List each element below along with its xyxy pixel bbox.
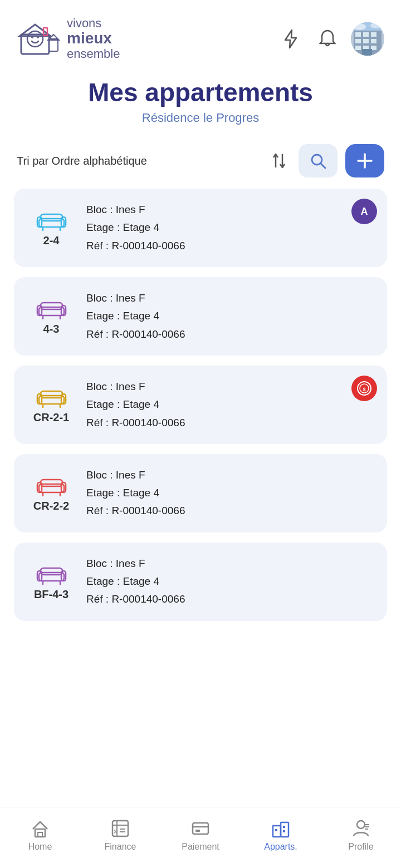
nav-finance-label: Finance — [105, 842, 136, 852]
svg-point-23 — [370, 23, 382, 28]
sort-button[interactable] — [267, 149, 291, 172]
svg-rect-29 — [41, 214, 62, 221]
svg-rect-14 — [355, 39, 361, 43]
apartment-bloc: Bloc : Ines F — [86, 289, 375, 307]
svg-rect-16 — [371, 39, 376, 43]
svg-rect-75 — [275, 829, 277, 831]
svg-rect-12 — [363, 32, 369, 37]
nav-profile[interactable]: Profile — [321, 818, 401, 852]
apartment-icon-area: CR-2-2 — [26, 474, 76, 512]
svg-rect-34 — [39, 307, 64, 315]
profile-icon — [351, 818, 371, 839]
svg-text:$: $ — [363, 387, 365, 392]
apartment-icon-area: CR-2-1 — [26, 386, 76, 424]
svg-rect-11 — [355, 32, 361, 37]
apartment-info: Bloc : Ines F Etage : Etage 4 Réf : R-00… — [86, 378, 375, 432]
sofa-icon — [36, 209, 67, 231]
svg-rect-0 — [21, 34, 49, 54]
apartment-bloc: Bloc : Ines F — [86, 555, 375, 573]
nav-apparts-label: Apparts. — [264, 842, 297, 852]
apartment-etage: Etage : Etage 4 — [86, 219, 375, 236]
apartment-badge: A — [351, 199, 377, 224]
svg-point-2 — [27, 31, 43, 47]
apartment-info: Bloc : Ines F Etage : Etage 4 Réf : R-00… — [86, 201, 375, 255]
apartment-bloc: Bloc : Ines F — [86, 378, 375, 396]
svg-marker-8 — [285, 30, 296, 48]
notification-button[interactable] — [314, 26, 341, 52]
app-header: vivons mieux ensemble — [0, 0, 401, 66]
svg-point-78 — [357, 821, 365, 828]
home-icon — [30, 818, 50, 839]
add-icon — [356, 152, 374, 170]
apartment-etage: Etage : Etage 4 — [86, 484, 375, 502]
nav-paiement-label: Paiement — [182, 842, 219, 852]
search-button[interactable] — [299, 144, 338, 177]
apartment-icon-area: 2-4 — [26, 209, 76, 247]
user-avatar[interactable] — [351, 22, 384, 56]
svg-rect-69 — [193, 823, 208, 834]
nav-home-label: Home — [28, 842, 52, 852]
svg-point-3 — [31, 36, 33, 38]
svg-text:x: x — [114, 827, 117, 835]
apartment-bloc: Bloc : Ines F — [86, 466, 375, 484]
svg-rect-13 — [371, 32, 376, 37]
svg-rect-73 — [281, 822, 288, 837]
lightning-icon — [281, 29, 301, 49]
svg-point-4 — [37, 36, 39, 38]
finance-icon: x — [110, 818, 130, 839]
logo-icon — [17, 22, 61, 56]
apartment-ref: Réf : R-000140-0066 — [86, 326, 375, 343]
nav-home[interactable]: Home — [0, 818, 80, 852]
apartment-number: BF-4-3 — [34, 588, 69, 601]
apartment-icon-area: BF-4-3 — [26, 563, 76, 601]
apartment-card[interactable]: CR-2-1 Bloc : Ines F Etage : Etage 4 Réf… — [14, 366, 387, 444]
apartment-ref: Réf : R-000140-0066 — [86, 590, 375, 608]
page-title: Mes appartements — [17, 77, 384, 107]
header-actions — [277, 22, 384, 56]
svg-rect-77 — [283, 830, 285, 832]
svg-rect-6 — [49, 39, 58, 51]
svg-rect-35 — [41, 303, 62, 309]
apartment-etage: Etage : Etage 4 — [86, 396, 375, 413]
apartment-number: CR-2-2 — [33, 500, 69, 512]
apartment-etage: Etage : Etage 4 — [86, 573, 375, 590]
paiement-icon — [190, 818, 211, 839]
apartment-card[interactable]: 2-4 Bloc : Ines F Etage : Etage 4 Réf : … — [14, 189, 387, 267]
svg-rect-41 — [41, 391, 62, 398]
apartment-ref: Réf : R-000140-0066 — [86, 414, 375, 432]
svg-rect-49 — [39, 484, 64, 492]
nav-finance[interactable]: x Finance — [80, 818, 160, 852]
apartment-info: Bloc : Ines F Etage : Etage 4 Réf : R-00… — [86, 466, 375, 520]
svg-rect-20 — [362, 49, 372, 56]
nav-paiement[interactable]: Paiement — [160, 818, 241, 852]
svg-rect-15 — [363, 39, 369, 43]
svg-rect-76 — [283, 826, 285, 828]
nav-apparts[interactable]: Apparts. — [241, 818, 321, 852]
apartment-info: Bloc : Ines F Etage : Etage 4 Réf : R-00… — [86, 555, 375, 609]
nav-profile-label: Profile — [348, 842, 373, 852]
apartment-card[interactable]: 4-3 Bloc : Ines F Etage : Etage 4 Réf : … — [14, 277, 387, 356]
sort-arrows-icon — [270, 152, 288, 170]
svg-rect-17 — [355, 46, 361, 50]
apartment-bloc: Bloc : Ines F — [86, 201, 375, 219]
apartment-card[interactable]: BF-4-3 Bloc : Ines F Etage : Etage 4 Réf… — [14, 542, 387, 621]
sort-label: Tri par Ordre alphabétique — [17, 155, 260, 167]
sofa-icon — [36, 563, 67, 585]
svg-rect-50 — [41, 480, 62, 486]
svg-line-25 — [321, 164, 325, 168]
apparts-icon — [271, 818, 291, 839]
sofa-icon — [36, 297, 67, 319]
sofa-icon — [36, 474, 67, 496]
apartment-ref: Réf : R-000140-0066 — [86, 502, 375, 520]
page-title-section: Mes appartements Résidence le Progres — [0, 66, 401, 131]
add-apartment-button[interactable] — [345, 144, 384, 177]
svg-rect-56 — [41, 568, 62, 575]
apartment-icon-area: 4-3 — [26, 297, 76, 336]
apartment-badge: $ — [351, 376, 377, 401]
apartment-number: 2-4 — [43, 234, 60, 247]
bottom-nav: Home x Finance Paiement — [0, 807, 401, 868]
logo-text: vivons mieux ensemble — [67, 17, 120, 61]
apartment-card[interactable]: CR-2-2 Bloc : Ines F Etage : Etage 4 Réf… — [14, 454, 387, 532]
lightning-button[interactable] — [277, 26, 304, 52]
svg-rect-71 — [195, 830, 200, 832]
